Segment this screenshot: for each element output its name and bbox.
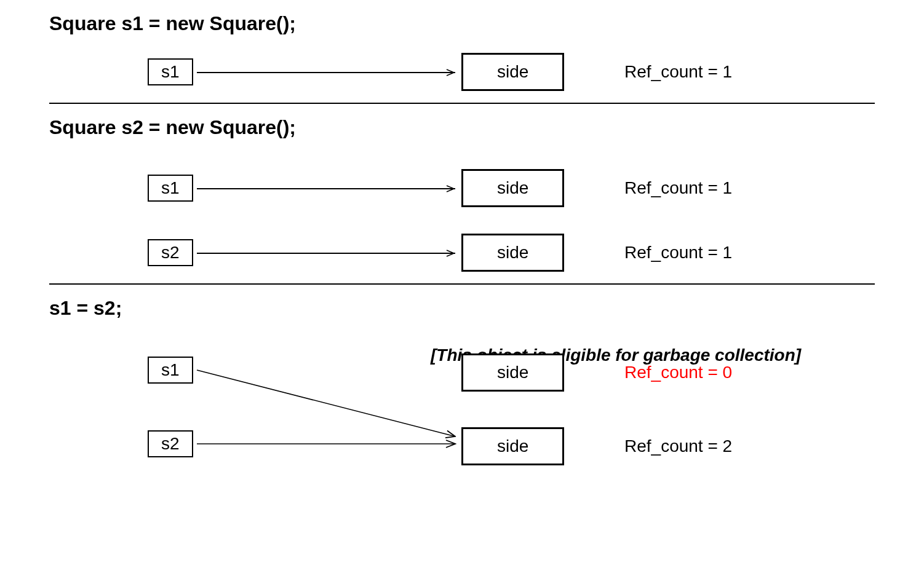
ref-count-1: Ref_count = 1: [624, 62, 732, 82]
ref-count-3a: Ref_count = 0: [624, 363, 732, 382]
section-2: Square s2 = new Square(); s1 side Ref_co…: [49, 116, 875, 271]
ref-count-3b: Ref_count = 2: [624, 436, 732, 456]
arrow-s1-to-side-2: [197, 188, 455, 189]
object-side-box-3a: side: [461, 353, 564, 392]
object-side-box-2a: side: [461, 169, 564, 207]
diagram-3: [This object is eligible for garbage col…: [148, 350, 875, 486]
section-3: s1 = s2; [This object is eligible for ga…: [49, 297, 875, 486]
variable-s2-box-2: s2: [148, 239, 193, 266]
arrow-head-icon: [445, 184, 456, 193]
variable-s1-box-2: s1: [148, 175, 193, 202]
diagram-row-1: s1 side Ref_count = 1: [148, 53, 875, 90]
ref-count-2a: Ref_count = 1: [624, 178, 732, 198]
object-side-box-3b: side: [461, 427, 564, 465]
arrow-s1-to-side: [197, 72, 455, 73]
ref-count-2b: Ref_count = 1: [624, 243, 732, 262]
diagram-row-2a: s1 side Ref_count = 1: [148, 170, 875, 207]
code-line-2: Square s2 = new Square();: [49, 116, 875, 139]
arrow-head-icon: [445, 249, 456, 258]
object-side-box-1: side: [461, 53, 564, 91]
section-1: Square s1 = new Square(); s1 side Ref_co…: [49, 12, 875, 90]
arrow-s1-to-obj2: [197, 370, 455, 436]
arrow-s2-to-side-2: [197, 253, 455, 254]
diagram-row-2b: s2 side Ref_count = 1: [148, 234, 875, 271]
divider-2: [49, 283, 875, 285]
arrows-section-3: [148, 350, 468, 473]
variable-s1-box: s1: [148, 58, 193, 85]
divider-1: [49, 103, 875, 104]
object-side-box-2b: side: [461, 234, 564, 272]
code-line-1: Square s1 = new Square();: [49, 12, 875, 35]
arrow-head-icon: [445, 68, 456, 77]
code-line-3: s1 = s2;: [49, 297, 875, 320]
